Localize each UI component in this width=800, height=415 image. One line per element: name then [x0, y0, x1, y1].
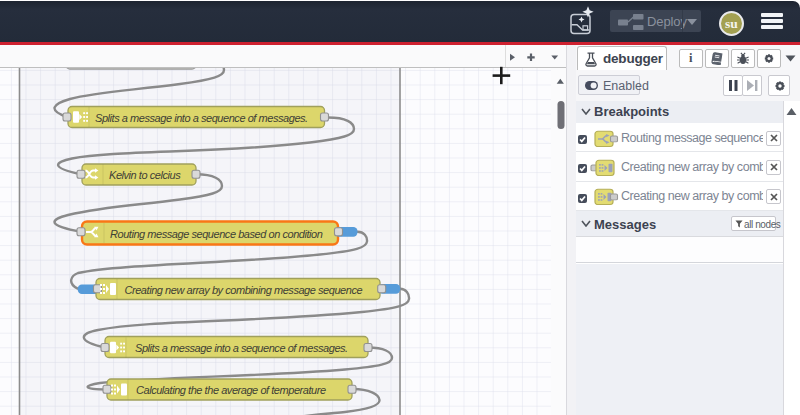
- svg-text:Kelvin to celcius: Kelvin to celcius: [109, 169, 181, 181]
- svg-text:Routing message sequence based: Routing message sequence based on condit…: [110, 228, 323, 240]
- svg-text:Splits a message into a sequen: Splits a message into a sequence of mess…: [135, 342, 348, 354]
- svg-text:Calculating the the average of: Calculating the the average of temperatu…: [136, 384, 326, 396]
- svg-text:Creating new array by combinin: Creating new array by combining message …: [125, 284, 363, 296]
- svg-text:Splits a message into a sequen: Splits a message into a sequence of mess…: [95, 112, 308, 124]
